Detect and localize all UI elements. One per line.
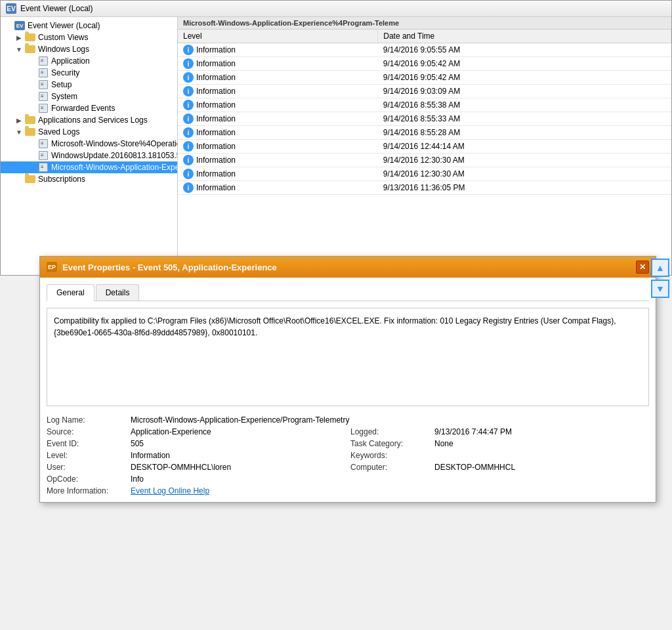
tree-item-subscriptions[interactable]: Subscriptions: [1, 173, 177, 185]
prop-keywords-label: Keywords:: [350, 451, 429, 460]
info-icon: i: [183, 86, 194, 96]
tree-item-app-services[interactable]: ▶ Applications and Services Logs: [1, 114, 177, 126]
table-row[interactable]: iInformation9/14/2016 12:44:14 AM: [178, 140, 671, 154]
info-icon: i: [183, 155, 194, 165]
window-body: EV Event Viewer (Local) ▶ Custom Views ▼…: [1, 17, 671, 275]
table-row[interactable]: iInformation9/14/2016 9:05:42 AM: [178, 57, 671, 71]
event-properties-grid: Log Name: Microsoft-Windows-Application-…: [47, 415, 649, 495]
row-datetime: 9/14/2016 9:03:09 AM: [378, 85, 671, 98]
event-viewer-window: EV Event Viewer (Local) EV Event Viewer …: [0, 0, 672, 276]
tree-item-saved-logs[interactable]: ▼ Saved Logs: [1, 126, 177, 138]
dialog-window-icon: EP: [47, 262, 57, 272]
table-row[interactable]: iInformation9/14/2016 12:30:30 AM: [178, 154, 671, 167]
tree-item-ms-app-exp[interactable]: Microsoft-Windows-Application-Experience…: [1, 161, 177, 173]
prop-opcode-value: Info: [131, 474, 649, 484]
info-icon: i: [183, 169, 194, 179]
prop-moreinfo-link[interactable]: Event Log Online Help: [131, 486, 649, 495]
info-icon: i: [183, 45, 194, 55]
info-icon: i: [183, 114, 194, 124]
main-window-icon: EV: [6, 3, 16, 14]
info-icon: i: [183, 100, 194, 110]
table-row[interactable]: iInformation9/14/2016 12:30:30 AM: [178, 167, 671, 181]
tree-item-security[interactable]: Security: [1, 67, 177, 79]
row-datetime: 9/14/2016 8:55:38 AM: [378, 98, 671, 112]
tree-item-custom-views[interactable]: ▶ Custom Views: [1, 32, 177, 43]
prop-user-label: User:: [47, 463, 125, 472]
row-datetime: 9/14/2016 9:05:55 AM: [378, 43, 671, 57]
events-table: Level Date and Time iInformation9/14/201…: [178, 30, 671, 195]
tree-item-setup[interactable]: Setup: [1, 79, 177, 91]
viewer-icon: EV: [14, 21, 26, 30]
description-text: Compatibility fix applied to C:\Program …: [54, 316, 616, 337]
col-level[interactable]: Level: [178, 30, 378, 43]
dialog-close-button[interactable]: ✕: [636, 261, 649, 274]
table-row[interactable]: iInformation9/14/2016 8:55:28 AM: [178, 126, 671, 140]
log-panel: Microsoft-Windows-Application-Experience…: [178, 17, 671, 275]
table-row[interactable]: iInformation9/14/2016 9:05:42 AM: [178, 71, 671, 85]
folder-icon-custom-views: [24, 33, 36, 42]
log-table[interactable]: Level Date and Time iInformation9/14/201…: [178, 30, 671, 275]
log-icon-application: [37, 56, 49, 66]
log-icon-ms-store: [37, 139, 49, 148]
folder-icon-saved-logs: [24, 127, 36, 136]
tree-label-windows-logs: Windows Logs: [38, 45, 89, 54]
table-row[interactable]: iInformation9/14/2016 8:55:38 AM: [178, 98, 671, 112]
tree-label-app-services: Applications and Services Logs: [38, 116, 148, 125]
prop-logged-value: 9/13/2016 7:44:47 PM: [434, 427, 649, 436]
row-level: iInformation: [178, 112, 378, 126]
prop-eventid-label: Event ID:: [47, 439, 125, 448]
prop-level-label: Level:: [47, 451, 125, 460]
tree-label-ms-store: Microsoft-Windows-Store%4Operational: [51, 139, 178, 148]
prop-source-value: Application-Experience: [131, 427, 345, 436]
table-row[interactable]: iInformation9/13/2016 11:36:05 PM: [178, 181, 671, 195]
folder-icon-app-services: [24, 116, 36, 125]
prop-user-value: DESKTOP-OMMHHCL\loren: [131, 463, 345, 472]
scroll-down-button[interactable]: ▼: [651, 280, 669, 298]
tree-label-system: System: [51, 92, 77, 101]
tree-label-root: Event Viewer (Local): [28, 21, 100, 30]
dialog-title: Event Properties - Event 505, Applicatio…: [62, 262, 277, 272]
prop-computer-value: DESKTOP-OMMHHCL: [434, 463, 649, 472]
dialog-title-area: EP Event Properties - Event 505, Applica…: [47, 262, 277, 272]
log-icon-security: [37, 68, 49, 77]
tree-item-application[interactable]: Application: [1, 55, 177, 67]
tree-label-ms-app-exp: Microsoft-Windows-Application-Experience…: [51, 163, 178, 172]
tree-item-forwarded[interactable]: Forwarded Events: [1, 102, 177, 114]
expand-icon-app-services: ▶: [14, 117, 24, 124]
scroll-up-button[interactable]: ▲: [651, 259, 669, 277]
prop-computer-label: Computer:: [350, 463, 429, 472]
row-datetime: 9/14/2016 9:05:42 AM: [378, 57, 671, 71]
prop-source-label: Source:: [47, 427, 125, 436]
prop-eventid-value: 505: [131, 439, 345, 448]
table-row[interactable]: iInformation9/14/2016 9:05:55 AM: [178, 43, 671, 57]
main-titlebar: EV Event Viewer (Local): [1, 1, 671, 17]
tree-item-windows-logs[interactable]: ▼ Windows Logs: [1, 43, 177, 55]
tree-panel: EV Event Viewer (Local) ▶ Custom Views ▼…: [1, 17, 178, 275]
prop-logname-label: Log Name:: [47, 415, 125, 425]
tab-details[interactable]: Details: [96, 284, 140, 301]
tree-label-security: Security: [51, 68, 79, 77]
tree-label-setup: Setup: [51, 80, 72, 89]
dialog-scroll-arrows: ▲ ▼: [648, 256, 672, 301]
tree-item-windows-update[interactable]: WindowsUpdate.20160813.181053.529.204: [1, 150, 177, 161]
table-row[interactable]: iInformation9/14/2016 8:55:33 AM: [178, 112, 671, 126]
prop-taskcategory-value: None: [434, 439, 649, 448]
tree-item-root[interactable]: EV Event Viewer (Local): [1, 20, 177, 32]
expand-icon-saved-logs: ▼: [14, 129, 24, 136]
row-level: iInformation: [178, 85, 378, 98]
row-datetime: 9/14/2016 9:05:42 AM: [378, 71, 671, 85]
folder-icon-subscriptions: [24, 175, 36, 184]
info-icon: i: [183, 72, 194, 83]
tree-item-system[interactable]: System: [1, 91, 177, 102]
prop-logged-label: Logged:: [350, 427, 429, 436]
prop-keywords-value: [434, 451, 649, 460]
log-panel-header: Microsoft-Windows-Application-Experience…: [178, 17, 671, 30]
col-datetime[interactable]: Date and Time: [378, 30, 671, 43]
tree-item-ms-store[interactable]: Microsoft-Windows-Store%4Operational: [1, 138, 177, 150]
tab-general[interactable]: General: [47, 284, 94, 301]
event-description: Compatibility fix applied to C:\Program …: [47, 308, 649, 406]
info-icon: i: [183, 127, 194, 138]
row-level: iInformation: [178, 154, 378, 167]
table-row[interactable]: iInformation9/14/2016 9:03:09 AM: [178, 85, 671, 98]
tree-label-subscriptions: Subscriptions: [38, 175, 85, 184]
